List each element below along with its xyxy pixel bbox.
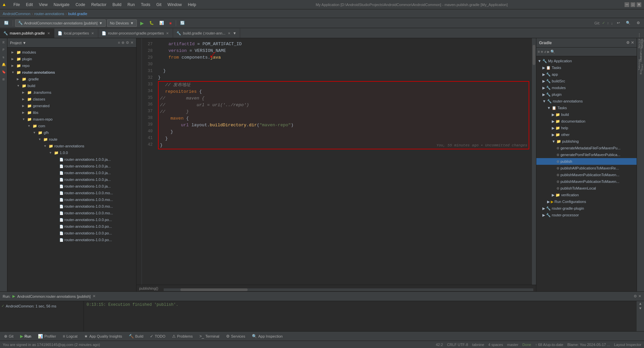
run-tab-close-icon[interactable]: ✕ — [93, 294, 96, 298]
gradle-item-router-processor[interactable]: ▶ 🔧 router-processor — [536, 212, 637, 218]
run-panel-up-icon[interactable]: ▲ — [639, 302, 642, 306]
tree-item-libs[interactable]: ▶ 📁 libs — [7, 109, 136, 116]
list-item-file5[interactable]: ▶ 📄 router-annotations-1.0.0.ja... — [7, 183, 136, 190]
gradle-item-router-gradle-plugin[interactable]: ▶ 🔧 router-gradle-plugin — [536, 205, 637, 212]
device-dropdown[interactable]: No Devices ▼ — [107, 19, 137, 27]
stop-button[interactable]: ■ — [167, 19, 174, 27]
build-variants-icon[interactable]: ⊞ — [1, 76, 7, 82]
layout-inspector-status[interactable]: Layout Inspector — [614, 343, 641, 347]
run-config-dropdown[interactable]: 🔧 AndroidCommon:router-annotations [publ… — [15, 19, 106, 27]
menu-file[interactable]: File — [11, 2, 22, 8]
menu-help[interactable]: Help — [185, 2, 199, 8]
list-item-file10[interactable]: ▶ 📄 router-annotations-1.0.0.po... — [7, 216, 136, 223]
tab-run[interactable]: ▶ Run — [19, 333, 33, 339]
close-button[interactable]: ✕ — [637, 2, 641, 7]
menu-navigate[interactable]: Navigate — [51, 2, 72, 8]
tree-item-plugin[interactable]: ▶ 📁 plugin — [7, 56, 136, 62]
scrollbar-thumb[interactable] — [533, 45, 535, 65]
tree-item-router-annotations[interactable]: ▼ 📁 router-annotations — [7, 69, 136, 76]
run-button[interactable]: ▶ — [138, 19, 146, 27]
debug-button[interactable]: 🐛 — [147, 19, 156, 27]
gradle-toolbar-icon4[interactable]: ▶ — [547, 50, 550, 54]
menu-git[interactable]: Git — [154, 2, 164, 8]
gradle-item-tasks-root[interactable]: ▶ 📋 Tasks — [536, 64, 637, 71]
tree-item-gradle[interactable]: ▶ 📁 .gradle — [7, 76, 136, 82]
undo-button[interactable]: ↩ — [615, 19, 622, 27]
tree-item-build[interactable]: ▼ 📁 build — [7, 82, 136, 89]
tab-problems[interactable]: ⚠ Problems — [171, 333, 194, 339]
list-item-file2[interactable]: ▶ 📄 router-annotations-1.0.0.ja... — [7, 163, 136, 169]
pin-icon[interactable]: ⋮ — [637, 33, 641, 38]
tab-close-4[interactable]: ✕ — [227, 31, 231, 35]
sync-button[interactable]: 🔄 — [2, 19, 11, 27]
gradle-item-generate-metadata[interactable]: ⚙ generateMetadataFileForMavenPu... — [536, 145, 637, 151]
project-icon[interactable]: P — [1, 47, 7, 53]
tree-item-maven-repo[interactable]: ▼ 📁 maven-repo — [7, 116, 136, 123]
tab-maven-publish[interactable]: 🔧 maven.publish.gradle ✕ — [0, 28, 54, 38]
search-everywhere-button[interactable]: 🔍 — [624, 19, 633, 27]
tree-item-modules[interactable]: ▶ 📁 modules — [7, 49, 136, 56]
list-item-file13[interactable]: ▶ 📄 router-annotations-1.0.0.po... — [7, 236, 136, 243]
horizontal-scrollbar[interactable] — [164, 288, 533, 291]
gradle-item-publishing[interactable]: ▼ 📁 publishing — [536, 138, 637, 145]
menu-tools[interactable]: Tools — [138, 2, 153, 8]
tab-gradle-properties[interactable]: 📄 router-processor\gradle.properties ✕ — [98, 28, 173, 38]
list-item-file1[interactable]: ▶ 📄 router-annotations-1.0.0.ja... — [7, 156, 136, 163]
maximize-button[interactable]: □ — [631, 2, 635, 7]
gradle-close-icon[interactable]: ✕ — [631, 41, 634, 45]
gradle-item-router-annotations-g[interactable]: ▼ 🔧 router-annotations — [536, 98, 637, 105]
gradle-item-generate-pom[interactable]: ⚙ generatePomFileForMavenPublica... — [536, 151, 637, 158]
list-item-file12[interactable]: ▶ 📄 router-annotations-1.0.0.po... — [7, 230, 136, 236]
tree-item-transforms[interactable]: ▶ 📁 .transforms — [7, 89, 136, 96]
gradle-toolbar-icon1[interactable]: ≡ — [538, 50, 540, 54]
gradle-toolbar-icon2[interactable]: ⊕ — [541, 50, 543, 54]
bookmarks-icon[interactable]: 🔖 — [1, 69, 7, 75]
code-editor-content[interactable]: ↓ artifactId = POM_ARTIFACT_ID version =… — [155, 38, 532, 285]
list-item-file7[interactable]: ▶ 📄 router-annotations-1.0.0.mo... — [7, 196, 136, 203]
gradle-item-help[interactable]: ▶ 📁 help — [536, 125, 637, 131]
tab-close-3[interactable]: ✕ — [165, 31, 169, 35]
list-item-file8[interactable]: ▶ 📄 router-annotations-1.0.0.mo... — [7, 203, 136, 210]
settings-panel-icon[interactable]: ⚙ — [126, 41, 129, 45]
list-item-file3[interactable]: ▶ 📄 router-annotations-1.0.0.ja... — [7, 169, 136, 176]
notifications-icon[interactable]: 🔔 — [1, 62, 7, 68]
list-item-file6[interactable]: ▶ 📄 router-annotations-1.0.0.mo... — [7, 190, 136, 196]
gradle-item-other[interactable]: ▶ 📁 other — [536, 131, 637, 138]
run-panel-close-icon[interactable]: ✕ — [638, 294, 641, 298]
menu-code[interactable]: Code — [73, 2, 88, 8]
tree-item-com[interactable]: ▼ 📁 com — [7, 123, 136, 129]
list-item-file4[interactable]: ▶ 📄 router-annotations-1.0.0.ja... — [7, 176, 136, 183]
tree-item-gfh[interactable]: ▼ 📁 gfh — [7, 129, 136, 136]
bio-tab[interactable]: Bio — [638, 69, 644, 75]
list-item-file9[interactable]: ▶ 📄 router-annotations-1.0.0.mo... — [7, 210, 136, 216]
gradle-item-buildsrc[interactable]: ▶ 🔧 buildSrc — [536, 78, 637, 84]
h-scrollbar-thumb[interactable] — [180, 288, 248, 291]
gradle-item-publish-to-local[interactable]: ⚙ publishToMavenLocal — [536, 185, 637, 192]
gradle-item-publish-maven2[interactable]: ⚙ publishMavenPublicationToMaven... — [536, 178, 637, 185]
gradle-item-publish-maven1[interactable]: ⚙ publishMavenPublicationToMaven... — [536, 171, 637, 178]
tab-app-inspection[interactable]: 🔍 App Inspection — [251, 333, 284, 339]
tree-item-route[interactable]: ▼ 📁 route — [7, 136, 136, 143]
breadcrumb-module[interactable]: router-annotations — [34, 12, 64, 16]
vertical-scrollbar[interactable] — [532, 38, 536, 285]
menu-build[interactable]: Build — [110, 2, 124, 8]
gradle-item-publish-all[interactable]: ⚙ publishAllPublicationsToMavenRe... — [536, 165, 637, 171]
tree-item-generated[interactable]: ▶ 📁 generated — [7, 102, 136, 109]
breadcrumb-file[interactable]: build.gradle — [68, 12, 87, 16]
menu-refactor[interactable]: Refactor — [89, 2, 109, 8]
tab-build[interactable]: 🔨 Build — [127, 333, 145, 339]
tabine-tab[interactable]: Tabnine Chat — [638, 62, 644, 68]
profile-button[interactable]: 📊 — [157, 19, 166, 27]
gradle-toolbar-icon3[interactable]: ↺ — [544, 50, 546, 54]
tree-item-repo[interactable]: ▶ 📁 repo — [7, 62, 136, 69]
gradle-item-app[interactable]: ▶ 🔧 app — [536, 71, 637, 78]
tab-local-properties[interactable]: 📄 local.properties ✕ — [54, 28, 99, 38]
tab-build-gradle[interactable]: 🔧 build.gradle (:router-ann... ✕ ▼ — [173, 28, 240, 38]
gradle-item-run-configs[interactable]: ▶ ▶ Run Configurations — [536, 198, 637, 205]
gradle-item-tasks-sub[interactable]: ▼ 📋 Tasks — [536, 105, 637, 111]
gradle-item-build-sub[interactable]: ▶ 📁 build — [536, 111, 637, 118]
gradle-toolbar-icon5[interactable]: 🔍 — [550, 50, 555, 54]
tab-profiler[interactable]: 📊 Profiler — [37, 333, 57, 339]
notifications-tab[interactable]: Notifications — [638, 47, 644, 53]
list-item-file11[interactable]: ▶ 📄 router-annotations-1.0.0.po... — [7, 223, 136, 230]
